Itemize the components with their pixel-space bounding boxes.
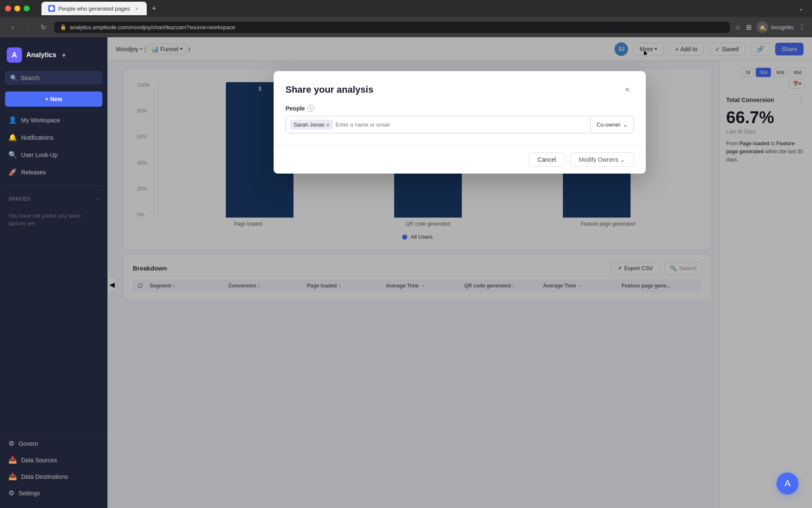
modify-label: Modify Owners: [579, 156, 618, 163]
sidebar-item-label: Data Destinations: [21, 473, 68, 480]
sidebar-item-govern[interactable]: ⚙ Govern: [3, 435, 104, 452]
people-label: People: [285, 105, 305, 112]
main-content: Moodjoy ▾ | 📊 Funnel ▾ ℹ SJ More ▾ + Add…: [107, 37, 812, 508]
sidebar-item-notifications[interactable]: 🔔 Notifications: [3, 129, 104, 146]
share-modal: Share your analysis × People i Sarah Jon…: [274, 71, 646, 174]
sidebar-item-label: Govern: [19, 440, 38, 447]
new-tab-button[interactable]: +: [148, 3, 160, 15]
address-bar[interactable]: 🔒 analytics.amplitude.com/moodjoy/chart/…: [54, 22, 730, 33]
tab-close-button[interactable]: ×: [133, 5, 140, 12]
window-buttons: [5, 6, 30, 11]
govern-icon: ⚙: [8, 439, 14, 447]
workspace-icon: 👤: [8, 116, 17, 124]
browser-chrome: People who generated pages × + ⌄ ‹ › ↻ 🔒…: [0, 0, 812, 37]
sidebar-app-name: Analytics: [26, 51, 56, 59]
browser-tabs: People who generated pages × + ⌄: [0, 0, 812, 17]
browser-controls: ‹ › ↻ 🔒 analytics.amplitude.com/moodjoy/…: [0, 17, 812, 37]
sidebar-header[interactable]: A Analytics ▾: [0, 42, 107, 68]
sidebar-spaces-section: SPACES ›: [3, 194, 104, 204]
sidebar-search[interactable]: 🔍 Search: [5, 71, 102, 85]
maximize-window-button[interactable]: [24, 6, 30, 11]
modal-title: Share your analysis: [285, 84, 373, 95]
sidebar-item-userlookup[interactable]: 🔍 User Look-Up: [3, 146, 104, 163]
tag-name: Sarah Jonas: [294, 121, 324, 128]
role-label: Co-owner: [597, 121, 620, 128]
sidebar: A Analytics ▾ 🔍 Search + New 👤 My Worksp…: [0, 37, 107, 508]
people-input-inner: Sarah Jonas ×: [286, 116, 590, 133]
sidebar-item-label: Settings: [19, 490, 40, 497]
tag-remove-button[interactable]: ×: [326, 122, 329, 128]
sidebar-chevron-icon: ▾: [62, 51, 66, 59]
cancel-button[interactable]: Cancel: [529, 152, 565, 167]
modify-chevron-icon: ⌄: [620, 156, 625, 163]
browser-tab[interactable]: People who generated pages ×: [41, 2, 147, 15]
people-label-row: People i: [285, 105, 634, 112]
tab-favicon: [48, 5, 55, 12]
sidebar-bottom: ⚙ Govern 📥 Data Sources 📤 Data Destinati…: [0, 433, 107, 503]
modal-close-button[interactable]: ×: [620, 83, 634, 97]
sidebar-divider: [5, 185, 102, 186]
tab-title: People who generated pages: [58, 6, 130, 12]
sidebar-item-label: Releases: [21, 169, 46, 176]
svg-point-0: [49, 6, 54, 11]
new-button[interactable]: + New: [5, 91, 102, 107]
url-text: analytics.amplitude.com/moodjoy/chart/ik…: [70, 24, 235, 30]
sidebar-item-releases[interactable]: 🚀 Releases: [3, 164, 104, 180]
forward-button[interactable]: ›: [22, 21, 34, 33]
releases-icon: 🚀: [8, 168, 17, 176]
modify-owners-button[interactable]: Modify Owners ⌄: [570, 152, 634, 167]
userlookup-icon: 🔍: [8, 151, 17, 159]
search-icon: 🔍: [10, 75, 17, 81]
role-dropdown[interactable]: Co-owner ⌄: [590, 117, 634, 132]
sarah-jonas-tag: Sarah Jonas ×: [290, 120, 333, 130]
sidebar-logo: A: [7, 47, 22, 63]
amplitude-fab[interactable]: A: [776, 472, 798, 494]
datasources-icon: 📥: [8, 456, 17, 464]
people-email-input[interactable]: [335, 121, 586, 128]
sidebar-item-datadestinations[interactable]: 📤 Data Destinations: [3, 468, 104, 485]
spaces-label: SPACES: [8, 196, 30, 202]
sidebar-item-label: My Workspace: [21, 117, 60, 124]
modal-overlay: Share your analysis × People i Sarah Jon…: [107, 37, 812, 508]
notifications-icon: 🔔: [8, 133, 17, 141]
sidebar-item-datasources[interactable]: 📥 Data Sources: [3, 452, 104, 468]
datadestinations-icon: 📤: [8, 472, 17, 480]
people-input-row: Sarah Jonas × Co-owner ⌄: [285, 116, 634, 133]
browser-menu-button[interactable]: ⌄: [795, 3, 807, 14]
browser-nav-buttons: ‹ › ↻: [7, 21, 49, 33]
role-chevron-icon: ⌄: [623, 121, 628, 128]
modal-header: Share your analysis ×: [274, 71, 646, 105]
split-view-button[interactable]: ⊞: [746, 23, 752, 31]
settings-icon: ⚙: [8, 489, 14, 497]
people-info-icon[interactable]: i: [307, 105, 314, 112]
sidebar-item-settings[interactable]: ⚙ Settings: [3, 485, 104, 501]
app-layout: A Analytics ▾ 🔍 Search + New 👤 My Worksp…: [0, 37, 812, 508]
minimize-window-button[interactable]: [14, 6, 20, 11]
incognito-label: Incognito: [771, 24, 793, 30]
sidebar-item-label: Notifications: [21, 134, 53, 141]
sidebar-item-label: Data Sources: [21, 457, 57, 464]
sidebar-nav: 👤 My Workspace 🔔 Notifications 🔍 User Lo…: [0, 110, 107, 182]
browser-menu-dots[interactable]: ⋮: [798, 23, 805, 31]
sidebar-spaces-message: You have not joined any team spaces yet: [0, 205, 107, 234]
incognito-avatar: 🕵: [757, 21, 768, 33]
modal-body: People i Sarah Jonas × Co-owner: [274, 105, 646, 145]
bookmark-button[interactable]: ☆: [735, 23, 741, 31]
browser-actions: ☆ ⊞ 🕵 Incognito ⋮: [735, 21, 805, 33]
spaces-chevron-icon[interactable]: ›: [97, 196, 99, 202]
sidebar-item-label: User Look-Up: [21, 152, 58, 158]
lock-icon: 🔒: [60, 24, 66, 30]
reload-button[interactable]: ↻: [37, 21, 49, 33]
modal-footer: Cancel Modify Owners ⌄: [274, 145, 646, 174]
sidebar-item-workspace[interactable]: 👤 My Workspace: [3, 112, 104, 128]
close-window-button[interactable]: [5, 6, 11, 11]
incognito-badge: 🕵 Incognito: [757, 21, 793, 33]
back-button[interactable]: ‹: [7, 21, 19, 33]
search-label: Search: [21, 75, 39, 81]
